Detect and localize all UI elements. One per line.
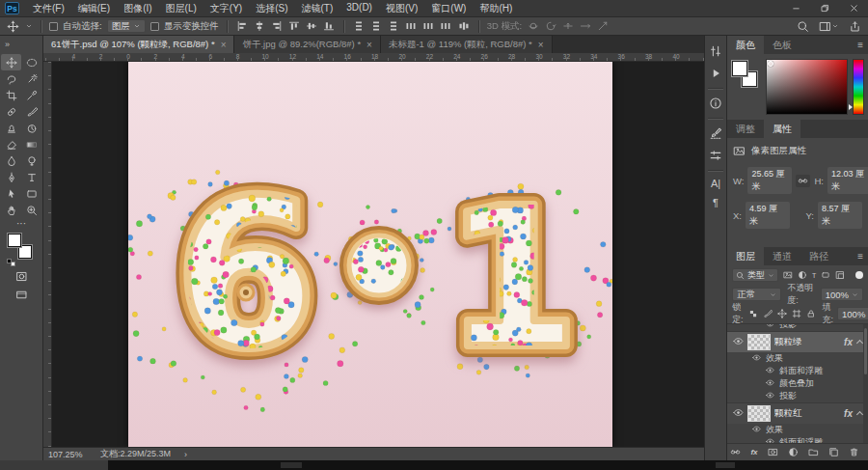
document-tab[interactable]: 未标题-1 @ 119% (颗粒, RGB/8#) *× xyxy=(381,36,553,53)
tool-clone-stamp[interactable] xyxy=(1,120,21,136)
distribute-button[interactable] xyxy=(439,19,452,33)
x-field[interactable]: 4.59 厘米 xyxy=(746,202,790,229)
effect-visibility[interactable] xyxy=(752,353,761,364)
tool-dodge[interactable] xyxy=(21,152,41,169)
menu-item[interactable]: 编辑(E) xyxy=(71,2,117,15)
tool-gradient[interactable] xyxy=(21,136,41,152)
width-field[interactable]: 25.65 厘米 xyxy=(747,167,792,194)
panel-tab[interactable]: 图层 xyxy=(727,247,764,265)
saturation-brightness-field[interactable] xyxy=(766,59,848,115)
tool-eyedropper[interactable] xyxy=(21,87,41,103)
menu-item[interactable]: 选择(S) xyxy=(249,2,294,15)
tool-hand[interactable] xyxy=(1,202,21,218)
smart-filter-button[interactable] xyxy=(834,269,846,281)
minimize-window-button[interactable] xyxy=(781,0,810,16)
tool-brush[interactable] xyxy=(21,103,41,120)
show-transform-checkbox[interactable] xyxy=(150,22,159,31)
fill-field[interactable]: 100% xyxy=(837,307,868,320)
3d-orbit-button[interactable] xyxy=(527,19,540,33)
layer-row[interactable]: 颗粒绿fx xyxy=(727,331,868,352)
menu-item[interactable]: 图像(I) xyxy=(117,2,158,15)
tool-type[interactable] xyxy=(21,169,41,185)
dock-mixer-button[interactable] xyxy=(708,43,723,59)
dock-tool-presets-button[interactable] xyxy=(708,148,723,163)
tool-eraser[interactable] xyxy=(1,136,21,152)
opacity-field[interactable]: 100% xyxy=(821,288,863,301)
blend-mode-dropdown[interactable]: 正常 xyxy=(732,288,781,301)
document-tab[interactable]: 61饼干.psd @ 107% (颗粒绿, RGB/8#) *× xyxy=(43,36,234,53)
image-filter-button[interactable] xyxy=(782,269,794,281)
foreground-color-swatch[interactable] xyxy=(8,234,21,247)
panel-menu-icon[interactable]: ≡ xyxy=(857,40,868,50)
layer-visibility[interactable] xyxy=(733,336,744,348)
vertical-ruler[interactable] xyxy=(43,62,52,447)
tool-crop[interactable] xyxy=(1,87,21,103)
add-mask-button[interactable] xyxy=(767,446,779,458)
auto-align-button[interactable] xyxy=(457,19,471,33)
dock-paragraph-button[interactable]: ¶ xyxy=(712,197,719,209)
lock-checker-lock-button[interactable] xyxy=(747,308,759,319)
tab-close-icon[interactable]: × xyxy=(221,40,227,50)
align-right-button[interactable] xyxy=(270,19,284,33)
os-taskbar[interactable] xyxy=(0,460,868,470)
screen-mode-button[interactable] xyxy=(14,288,29,302)
workspace-button[interactable] xyxy=(818,19,840,34)
tool-history-brush[interactable] xyxy=(21,120,41,136)
default-colors-icon[interactable] xyxy=(11,262,15,266)
dock-info-button[interactable] xyxy=(708,96,723,111)
layer-thumbnail[interactable] xyxy=(747,405,771,422)
layer-fx-badge[interactable]: fx xyxy=(844,338,853,347)
adjust-filter-button[interactable] xyxy=(797,269,808,281)
close-window-button[interactable] xyxy=(839,0,868,16)
effect-row[interactable]: 斜面和浮雕 xyxy=(727,365,868,377)
menu-item[interactable]: 文字(Y) xyxy=(203,2,249,15)
distribute-button[interactable] xyxy=(352,19,366,33)
dock-brush-settings-button[interactable] xyxy=(708,125,723,141)
panel-tab[interactable]: 色板 xyxy=(764,36,800,54)
distribute-button[interactable] xyxy=(404,19,418,33)
3d-roll-button[interactable] xyxy=(544,19,557,33)
lock-brush-button[interactable] xyxy=(762,308,773,319)
layer-fx-badge[interactable]: fx xyxy=(844,409,853,419)
panel-menu-icon[interactable]: ≡ xyxy=(857,251,868,262)
effect-visibility[interactable] xyxy=(766,366,774,376)
tool-shape[interactable] xyxy=(21,185,41,202)
tool-healing-brush[interactable] xyxy=(1,103,21,120)
panel-tab[interactable]: 路径 xyxy=(800,247,837,265)
new-layer-button[interactable] xyxy=(827,446,840,458)
auto-select-dropdown[interactable]: 图层 xyxy=(107,19,146,33)
effect-visibility[interactable] xyxy=(752,425,761,435)
dock-actions-play-button[interactable] xyxy=(708,66,723,81)
3d-pan-button[interactable] xyxy=(561,19,575,33)
effect-visibility[interactable] xyxy=(766,437,774,443)
dock-character-button[interactable]: A| xyxy=(710,178,721,190)
canvas[interactable]: 61666111 xyxy=(128,61,612,447)
align-left-button[interactable] xyxy=(235,19,249,33)
collapse-effects-icon[interactable] xyxy=(856,340,863,346)
lock-lock-button[interactable] xyxy=(805,308,817,319)
chain-button[interactable] xyxy=(729,446,742,458)
document-tab[interactable]: 饼干.jpg @ 89.2%(RGB/8#) *× xyxy=(234,36,380,53)
tab-close-icon[interactable]: × xyxy=(366,40,372,50)
color-swatches[interactable] xyxy=(7,233,36,265)
align-center-v-button[interactable] xyxy=(305,19,318,33)
hue-slider[interactable] xyxy=(853,59,864,115)
panel-color-swatches[interactable] xyxy=(732,59,761,115)
adjust-filter-button[interactable] xyxy=(787,446,800,458)
layer-row[interactable]: 颗粒红fx xyxy=(727,402,868,424)
3d-scale-button[interactable] xyxy=(596,19,610,33)
tool-zoom[interactable] xyxy=(21,202,41,218)
menu-item[interactable]: 滤镜(T) xyxy=(295,2,340,15)
collapse-tools-icon[interactable]: » xyxy=(5,40,10,49)
tool-lasso[interactable] xyxy=(1,70,21,87)
fx-badge-button[interactable]: fx xyxy=(749,448,758,457)
shape-filter-button[interactable] xyxy=(820,269,831,281)
current-tool-icon[interactable] xyxy=(6,19,20,34)
foreground-color-swatch[interactable] xyxy=(732,61,747,76)
lock-artboard-lock-button[interactable] xyxy=(791,308,802,319)
effect-row[interactable]: 投影 xyxy=(727,323,868,331)
effect-row[interactable]: 投影 xyxy=(727,390,868,402)
effects-header-row[interactable]: 效果 xyxy=(727,424,868,436)
hue-slider-marker[interactable] xyxy=(849,104,853,110)
menu-item[interactable]: 3D(D) xyxy=(339,2,379,15)
